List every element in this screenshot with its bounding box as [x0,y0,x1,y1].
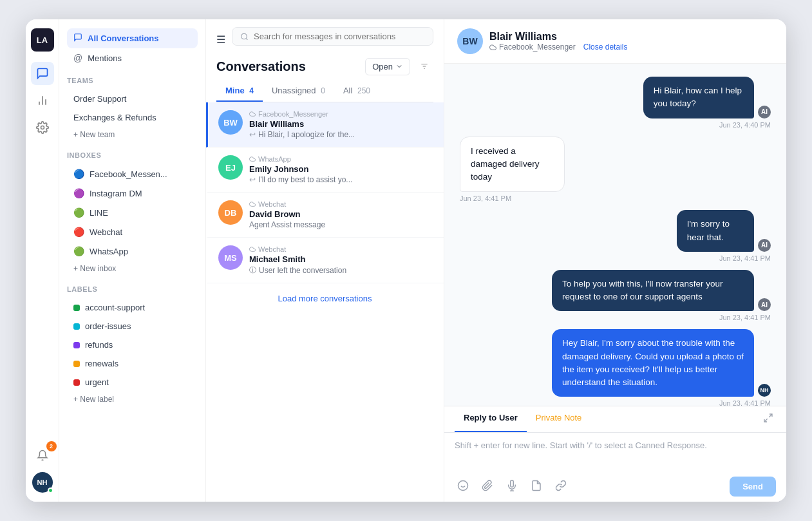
sidebar-item-line[interactable]: 🟢 LINE [67,203,198,222]
notification-bell[interactable]: 2 [31,444,54,467]
chat-header-avatar: BW [457,28,483,54]
order-issues-dot [73,323,80,330]
refunds-label: refunds [85,340,113,350]
analytics-nav-icon[interactable] [31,89,54,112]
settings-nav-icon[interactable] [31,116,54,139]
sidebar-item-whatsapp[interactable]: 🟢 WhatsApp [67,242,198,261]
message-bubble-m4: To help you with this, I'll now transfer… [552,270,754,312]
account-support-label: account-support [85,303,145,312]
message-row-m2: I received a damaged delivery today Jun … [460,137,771,203]
emoji-icon[interactable] [455,477,471,497]
chat-source: Facebook_Messenger Close details [489,43,773,52]
new-team-button[interactable]: + New team [67,127,198,142]
svg-point-9 [458,480,468,490]
line-label: LINE [90,208,108,218]
message-row-m5: Hey Blair, I'm sorry about the trouble w… [460,329,771,406]
user-avatar[interactable]: NH [32,472,53,493]
sidebar-item-label-account-support[interactable]: account-support [67,298,198,317]
app-window: LA 2 NH [26,19,786,502]
conversation-item-db[interactable]: DB Webchat David Brown Agent Assist mess… [206,193,444,238]
private-note-tab[interactable]: Private Note [527,406,591,432]
send-button[interactable]: Send [730,477,776,497]
expand-reply-icon[interactable] [760,410,776,428]
webchat-label: Webchat [90,227,122,237]
message-row-m1: Hi Blair, how can I help you today? AI J… [460,77,771,129]
exchanges-refunds-label: Exchanges & Refunds [73,113,156,122]
message-time-m5: Jun 23, 4:41 PM [460,399,771,406]
sidebar-item-all-conversations[interactable]: All Conversations [67,28,198,48]
sidebar-item-label-renewals[interactable]: renewals [67,354,198,373]
sidebar-item-facebook-messenger[interactable]: 🔵 Facebook_Messen... [67,164,198,184]
sidebar: All Conversations @ Mentions Teams Order… [59,19,206,502]
chat-panel: BW Blair Williams Facebook_Messenger Clo… [444,19,786,502]
conversation-item-ms[interactable]: MS Webchat Michael Smith ⓘ User left the… [206,238,444,283]
new-inbox-button[interactable]: + New inbox [67,261,198,276]
conv-preview-bw: ↩ Hi Blair, I apologize for the... [249,130,433,139]
status-dropdown[interactable]: Open [365,58,410,75]
sidebar-item-instagram-dm[interactable]: 🟣 Instagram DM [67,184,198,203]
chat-header: BW Blair Williams Facebook_Messenger Clo… [444,19,786,64]
conversation-item-bw[interactable]: BW Facebook_Messenger Blair Williams ↩ H… [206,102,444,147]
sidebar-item-exchanges-refunds[interactable]: Exchanges & Refunds [67,108,198,127]
conversation-item-ej[interactable]: EJ WhatsApp Emily Johnson ↩ I'll do my b… [206,147,444,193]
conv-name-ej: Emily Johnson [249,164,433,174]
order-issues-label: order-issues [85,321,131,331]
load-more-button[interactable]: Load more conversations [206,283,444,314]
labels-section-header: Labels [59,279,205,296]
search-icon [240,32,249,41]
reply-to-user-tab[interactable]: Reply to User [455,406,527,432]
sidebar-item-order-support[interactable]: Order Support [67,90,198,108]
conv-preview-ej: ↩ I'll do my best to assist yo... [249,175,433,184]
inboxes-section-header: Inboxes [59,145,205,162]
conversations-nav-icon[interactable] [31,62,54,85]
cloud-icon-ej [249,156,256,162]
message-time-m4: Jun 23, 4:41 PM [460,314,771,321]
tab-all[interactable]: All 250 [334,81,379,102]
message-time-m3: Jun 23, 4:41 PM [652,254,771,262]
chat-source-icon [489,44,496,51]
message-time-m1: Jun 23, 4:40 PM [600,121,771,129]
attachment-icon[interactable] [479,477,496,497]
online-status-dot [48,488,53,493]
conv-name-ms: Michael Smith [249,254,433,264]
hamburger-menu-icon[interactable]: ☰ [216,33,225,46]
search-input[interactable] [254,32,425,41]
instagram-dm-icon: 🟣 [73,188,84,198]
urgent-label: urgent [85,377,109,387]
file-icon[interactable] [528,477,545,497]
reply-input-area[interactable]: Shift + enter for new line. Start with '… [444,433,786,471]
facebook-messenger-icon: 🔵 [73,169,84,179]
link-icon[interactable] [552,477,569,497]
whatsapp-label: WhatsApp [90,247,128,256]
all-conversations-icon [73,33,82,44]
cloud-icon-db [249,201,256,207]
conv-name-bw: Blair Williams [249,119,433,129]
webchat-icon: 🔴 [73,227,84,237]
sidebar-item-label-refunds[interactable]: refunds [67,336,198,354]
sidebar-item-webchat[interactable]: 🔴 Webchat [67,222,198,242]
refunds-dot [73,342,80,348]
sidebar-item-label-urgent[interactable]: urgent [67,373,198,392]
chat-header-info: Blair Williams Facebook_Messenger Close … [489,31,773,52]
sidebar-item-mentions[interactable]: @ Mentions [67,48,198,68]
close-details-button[interactable]: Close details [583,43,628,52]
conv-toolbar: Open [365,57,433,75]
conv-info-db: Webchat David Brown Agent Assist message [249,200,433,229]
cloud-icon [249,111,256,117]
conv-source-bw: Facebook_Messenger [249,110,433,118]
tab-unassigned[interactable]: Unassigned 0 [263,81,334,102]
conv-source-ej: WhatsApp [249,155,433,163]
svg-point-3 [41,126,44,129]
cloud-icon-ms [249,246,256,252]
conversations-title: Conversations [216,59,306,74]
ai-sender-badge-m4: AI [758,298,771,311]
mentions-icon: @ [73,53,82,63]
sidebar-item-label-order-issues[interactable]: order-issues [67,317,198,336]
new-label-button[interactable]: + New label [67,392,198,407]
tab-mine[interactable]: Mine 4 [216,81,263,102]
conv-preview-ms: ⓘ User left the conversation [249,265,433,275]
audio-icon[interactable] [504,477,520,497]
chat-user-name: Blair Williams [489,31,773,43]
filter-icon[interactable] [415,57,433,75]
conv-source-db: Webchat [249,200,433,208]
